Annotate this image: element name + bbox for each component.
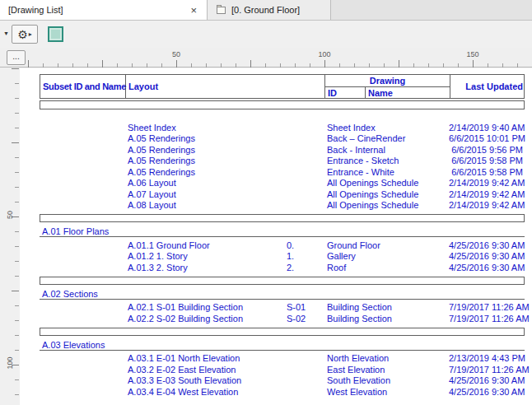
cell-layout: A.03.3 E-03 South Elevation [125, 375, 284, 385]
cell-drawing-name: North Elevation [324, 353, 449, 363]
cell-layout: A.02.1 S-01 Building Section [125, 302, 284, 312]
cell-layout: A.01.3 2. Story [125, 263, 284, 272]
cell-layout: A.05 Renderings [125, 133, 284, 143]
cell-drawing-name: Sheet Index [324, 123, 449, 133]
cell-layout: A.06 Layout [125, 178, 284, 188]
table-row[interactable]: A.03.1 E-01 North Elevation North Elevat… [40, 353, 525, 365]
cell-last-updated: 2/14/2019 9:40 AM [449, 123, 525, 133]
cell-drawing-name: All Openings Schedule [324, 189, 449, 199]
table-row[interactable]: A.06 Layout All Openings Schedule 2/14/2… [40, 178, 525, 189]
cell-drawing-name: Entrance - White [324, 167, 449, 177]
cell-drawing-id: 2. [284, 263, 324, 272]
cell-last-updated: 4/25/2016 9:30 AM [449, 387, 525, 397]
table-row[interactable]: A.01.1 Ground Floor 0. Ground Floor 4/25… [40, 240, 525, 251]
gear-icon: ⚙ [17, 29, 28, 40]
toolbar: ▼ ⚙ ▸ [0, 21, 532, 48]
section-separator [40, 277, 525, 285]
cell-drawing-name: Gallery [324, 251, 449, 261]
cell-last-updated: 4/25/2016 9:30 AM [449, 251, 525, 261]
cell-drawing-name: Building Section [324, 314, 449, 324]
table-row[interactable]: A.02.1 S-01 Building Section S-01 Buildi… [40, 302, 525, 314]
ruler-label: 150 [466, 50, 478, 58]
cell-drawing-name: West Elevation [324, 387, 449, 397]
cell-layout: A.05 Renderings [125, 167, 284, 177]
cell-last-updated: 6/6/2015 9:58 PM [449, 167, 525, 177]
subset-group: Sheet Index Sheet Index 2/14/2019 9:40 A… [40, 122, 525, 211]
cell-layout: A.05 Renderings [125, 145, 284, 155]
cell-drawing-id: 0. [284, 240, 324, 250]
cell-drawing-name: All Openings Schedule [324, 200, 449, 210]
header-id: ID [325, 87, 366, 98]
cell-layout: A.03.1 E-01 North Elevation [125, 353, 284, 363]
table-row[interactable]: A.03.4 E-04 West Elevation West Elevatio… [40, 386, 525, 398]
header-drawing: Drawing [325, 75, 450, 87]
vertical-ruler[interactable]: 50 100 [7, 68, 19, 405]
cell-layout: A.03.2 E-02 East Elevation [125, 365, 284, 375]
header-name: Name [366, 87, 450, 98]
cell-drawing-id: 1. [284, 251, 324, 261]
table-row[interactable]: A.05 Renderings Entrance - White 6/6/201… [40, 166, 525, 178]
table-row[interactable]: A.01.2 1. Story 1. Gallery 4/25/2016 9:3… [40, 251, 525, 263]
cell-drawing-name: Back – CineRender [324, 133, 449, 143]
ruler-label: 100 [6, 356, 14, 370]
cell-last-updated: 6/6/2015 9:58 PM [449, 156, 525, 165]
table-header: Subset ID and Name Layout Drawing ID Nam… [40, 74, 525, 99]
cell-last-updated: 4/25/2016 9:30 AM [449, 263, 525, 272]
horizontal-ruler[interactable]: 50 100 150 [28, 48, 532, 68]
flyout-arrow-icon: ▸ [29, 31, 32, 38]
close-tab-icon[interactable]: × [189, 6, 198, 15]
cell-last-updated: 4/25/2016 9:30 AM [449, 240, 525, 250]
ruler-options-button[interactable]: ... [7, 50, 26, 65]
subset-group: A.01 Floor Plans A.01.1 Ground Floor 0. … [40, 214, 525, 273]
cell-drawing-name: Back - Internal [324, 145, 449, 155]
cell-layout: A.01.2 1. Story [125, 251, 284, 261]
cell-drawing-id: S-02 [284, 314, 324, 324]
cell-last-updated: 2/14/2019 9:42 AM [449, 178, 525, 188]
dropdown-arrow-icon[interactable]: ▼ [3, 30, 9, 36]
tab-ground-floor[interactable]: [0. Ground Floor] [208, 0, 331, 20]
quick-options-swatch-button[interactable] [45, 25, 65, 44]
cell-last-updated: 7/19/2017 11:26 AM [449, 314, 525, 324]
ruler-label: 50 [172, 50, 180, 58]
cell-drawing-name: All Openings Schedule [324, 178, 449, 188]
table-row[interactable]: A.03.3 E-03 South Elevation South Elevat… [40, 375, 525, 387]
layout-canvas[interactable]: Subset ID and Name Layout Drawing ID Nam… [20, 68, 532, 405]
cell-layout: A.05 Renderings [125, 156, 284, 165]
table-row[interactable]: A.08 Layout All Openings Schedule 2/14/2… [40, 200, 525, 212]
table-row[interactable]: A.01.3 2. Story 2. Roof 4/25/2016 9:30 A… [40, 262, 525, 273]
table-body: Sheet Index Sheet Index 2/14/2019 9:40 A… [40, 122, 525, 398]
cell-drawing-name: East Elevation [324, 365, 449, 375]
cell-last-updated: 7/19/2017 11:26 AM [449, 365, 525, 375]
table-row[interactable]: A.05 Renderings Back – CineRender 6/6/20… [40, 133, 525, 145]
layout-page-icon [216, 5, 226, 15]
table-row[interactable]: A.05 Renderings Entrance - Sketch 6/6/20… [40, 156, 525, 167]
teal-swatch-icon [48, 26, 63, 42]
header-subset: Subset ID and Name [40, 75, 126, 98]
tab-drawing-list[interactable]: [Drawing List] × [0, 0, 208, 20]
cell-layout: A.01.1 Ground Floor [125, 240, 284, 250]
cell-last-updated: 2/14/2019 9:42 AM [449, 189, 525, 199]
table-row[interactable]: Sheet Index Sheet Index 2/14/2019 9:40 A… [40, 122, 525, 133]
cell-layout: A.07 Layout [125, 189, 284, 199]
header-layout: Layout [126, 75, 325, 98]
section-separator [40, 328, 525, 336]
cell-drawing-name: Entrance - Sketch [324, 156, 449, 165]
section-title: A.02 Sections [40, 288, 525, 300]
cell-drawing-id: S-01 [284, 302, 324, 312]
settings-button[interactable]: ⚙ ▸ [12, 25, 38, 44]
section-title: A.03 Elevations [40, 339, 525, 351]
table-row[interactable]: A.07 Layout All Openings Schedule 2/14/2… [40, 189, 525, 200]
cell-drawing-name: Ground Floor [324, 240, 449, 250]
cell-layout: Sheet Index [125, 123, 284, 133]
cell-last-updated: 2/14/2019 9:42 AM [449, 200, 525, 210]
cell-drawing-name: Building Section [324, 302, 449, 312]
cell-last-updated: 6/6/2015 10:01 PM [449, 133, 525, 143]
table-row[interactable]: A.05 Renderings Back - Internal 6/6/2015… [40, 144, 525, 156]
table-row[interactable]: A.03.2 E-02 East Elevation East Elevatio… [40, 364, 525, 375]
cell-layout: A.08 Layout [125, 200, 284, 210]
table-row[interactable]: A.02.2 S-02 Building Section S-02 Buildi… [40, 313, 525, 324]
section-rows: A.01.1 Ground Floor 0. Ground Floor 4/25… [40, 240, 525, 273]
section-rows: Sheet Index Sheet Index 2/14/2019 9:40 A… [40, 122, 525, 211]
cell-layout: A.02.2 S-02 Building Section [125, 314, 284, 324]
subset-group: A.02 Sections A.02.1 S-01 Building Secti… [40, 277, 525, 324]
